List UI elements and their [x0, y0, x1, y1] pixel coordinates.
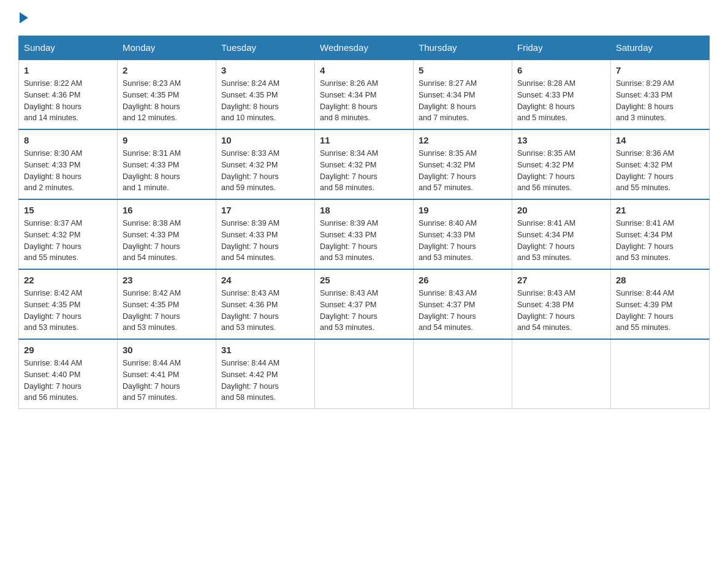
calendar-header: SundayMondayTuesdayWednesdayThursdayFrid…: [19, 36, 710, 60]
day-info: Sunrise: 8:29 AMSunset: 4:33 PMDaylight:…: [616, 78, 704, 124]
day-info: Sunrise: 8:39 AMSunset: 4:33 PMDaylight:…: [221, 218, 309, 264]
day-number: 12: [419, 135, 507, 145]
day-info: Sunrise: 8:43 AMSunset: 4:36 PMDaylight:…: [221, 288, 309, 334]
calendar-cell: 17 Sunrise: 8:39 AMSunset: 4:33 PMDaylig…: [216, 199, 315, 269]
day-info: Sunrise: 8:40 AMSunset: 4:33 PMDaylight:…: [419, 218, 507, 264]
day-number: 20: [517, 205, 605, 215]
calendar-cell: 7 Sunrise: 8:29 AMSunset: 4:33 PMDayligh…: [611, 59, 710, 129]
page-header: [18, 12, 710, 23]
day-number: 18: [320, 205, 408, 215]
day-number: 30: [123, 345, 211, 355]
calendar-cell: 3 Sunrise: 8:24 AMSunset: 4:35 PMDayligh…: [216, 59, 315, 129]
day-number: 27: [517, 275, 605, 285]
day-info: Sunrise: 8:30 AMSunset: 4:33 PMDaylight:…: [24, 148, 112, 194]
day-info: Sunrise: 8:35 AMSunset: 4:32 PMDaylight:…: [517, 148, 605, 194]
day-info: Sunrise: 8:24 AMSunset: 4:35 PMDaylight:…: [221, 78, 309, 124]
weekday-header-sunday: Sunday: [19, 36, 118, 60]
weekday-header-thursday: Thursday: [414, 36, 512, 60]
day-number: 21: [616, 205, 704, 215]
calendar-cell: 24 Sunrise: 8:43 AMSunset: 4:36 PMDaylig…: [216, 269, 315, 339]
day-info: Sunrise: 8:27 AMSunset: 4:34 PMDaylight:…: [419, 78, 507, 124]
day-info: Sunrise: 8:34 AMSunset: 4:32 PMDaylight:…: [320, 148, 408, 194]
calendar-cell: 28 Sunrise: 8:44 AMSunset: 4:39 PMDaylig…: [611, 269, 710, 339]
calendar-cell: 5 Sunrise: 8:27 AMSunset: 4:34 PMDayligh…: [414, 59, 512, 129]
calendar-cell: 22 Sunrise: 8:42 AMSunset: 4:35 PMDaylig…: [19, 269, 118, 339]
calendar-cell: 30 Sunrise: 8:44 AMSunset: 4:41 PMDaylig…: [118, 339, 216, 409]
weekday-header-wednesday: Wednesday: [315, 36, 414, 60]
calendar-cell: 18 Sunrise: 8:39 AMSunset: 4:33 PMDaylig…: [315, 199, 414, 269]
day-number: 16: [123, 205, 211, 215]
day-number: 15: [24, 205, 112, 215]
weekday-header-monday: Monday: [118, 36, 216, 60]
day-number: 25: [320, 275, 408, 285]
calendar-cell: 13 Sunrise: 8:35 AMSunset: 4:32 PMDaylig…: [512, 129, 611, 199]
day-info: Sunrise: 8:23 AMSunset: 4:35 PMDaylight:…: [123, 78, 211, 124]
calendar-cell: [414, 339, 512, 409]
day-info: Sunrise: 8:26 AMSunset: 4:34 PMDaylight:…: [320, 78, 408, 124]
day-number: 14: [616, 135, 704, 145]
calendar-cell: 25 Sunrise: 8:43 AMSunset: 4:37 PMDaylig…: [315, 269, 414, 339]
calendar-cell: 21 Sunrise: 8:41 AMSunset: 4:34 PMDaylig…: [611, 199, 710, 269]
calendar-cell: 14 Sunrise: 8:36 AMSunset: 4:32 PMDaylig…: [611, 129, 710, 199]
day-number: 5: [419, 65, 507, 75]
day-info: Sunrise: 8:41 AMSunset: 4:34 PMDaylight:…: [616, 218, 704, 264]
weekday-header-row: SundayMondayTuesdayWednesdayThursdayFrid…: [19, 36, 710, 60]
day-number: 28: [616, 275, 704, 285]
day-number: 9: [123, 135, 211, 145]
day-info: Sunrise: 8:35 AMSunset: 4:32 PMDaylight:…: [419, 148, 507, 194]
day-info: Sunrise: 8:44 AMSunset: 4:42 PMDaylight:…: [221, 358, 309, 404]
day-number: 31: [221, 345, 309, 355]
calendar-body: 1 Sunrise: 8:22 AMSunset: 4:36 PMDayligh…: [19, 59, 710, 409]
calendar-table: SundayMondayTuesdayWednesdayThursdayFrid…: [18, 36, 710, 409]
day-info: Sunrise: 8:43 AMSunset: 4:38 PMDaylight:…: [517, 288, 605, 334]
day-number: 4: [320, 65, 408, 75]
calendar-cell: 8 Sunrise: 8:30 AMSunset: 4:33 PMDayligh…: [19, 129, 118, 199]
calendar-cell: 9 Sunrise: 8:31 AMSunset: 4:33 PMDayligh…: [118, 129, 216, 199]
day-number: 23: [123, 275, 211, 285]
calendar-week-row: 22 Sunrise: 8:42 AMSunset: 4:35 PMDaylig…: [19, 269, 710, 339]
calendar-cell: 10 Sunrise: 8:33 AMSunset: 4:32 PMDaylig…: [216, 129, 315, 199]
calendar-cell: [611, 339, 710, 409]
day-number: 26: [419, 275, 507, 285]
calendar-week-row: 29 Sunrise: 8:44 AMSunset: 4:40 PMDaylig…: [19, 339, 710, 409]
day-info: Sunrise: 8:39 AMSunset: 4:33 PMDaylight:…: [320, 218, 408, 264]
day-number: 29: [24, 345, 112, 355]
day-number: 1: [24, 65, 112, 75]
day-info: Sunrise: 8:41 AMSunset: 4:34 PMDaylight:…: [517, 218, 605, 264]
calendar-cell: 27 Sunrise: 8:43 AMSunset: 4:38 PMDaylig…: [512, 269, 611, 339]
day-info: Sunrise: 8:36 AMSunset: 4:32 PMDaylight:…: [616, 148, 704, 194]
logo-triangle-icon: [20, 12, 28, 23]
day-number: 11: [320, 135, 408, 145]
calendar-cell: [315, 339, 414, 409]
day-number: 3: [221, 65, 309, 75]
calendar-week-row: 8 Sunrise: 8:30 AMSunset: 4:33 PMDayligh…: [19, 129, 710, 199]
calendar-cell: 2 Sunrise: 8:23 AMSunset: 4:35 PMDayligh…: [118, 59, 216, 129]
weekday-header-friday: Friday: [512, 36, 611, 60]
calendar-week-row: 1 Sunrise: 8:22 AMSunset: 4:36 PMDayligh…: [19, 59, 710, 129]
day-info: Sunrise: 8:42 AMSunset: 4:35 PMDaylight:…: [24, 288, 112, 334]
day-info: Sunrise: 8:43 AMSunset: 4:37 PMDaylight:…: [320, 288, 408, 334]
day-info: Sunrise: 8:38 AMSunset: 4:33 PMDaylight:…: [123, 218, 211, 264]
day-number: 8: [24, 135, 112, 145]
day-number: 24: [221, 275, 309, 285]
day-number: 17: [221, 205, 309, 215]
calendar-cell: 19 Sunrise: 8:40 AMSunset: 4:33 PMDaylig…: [414, 199, 512, 269]
calendar-cell: 16 Sunrise: 8:38 AMSunset: 4:33 PMDaylig…: [118, 199, 216, 269]
calendar-cell: 4 Sunrise: 8:26 AMSunset: 4:34 PMDayligh…: [315, 59, 414, 129]
day-number: 10: [221, 135, 309, 145]
day-number: 2: [123, 65, 211, 75]
weekday-header-saturday: Saturday: [611, 36, 710, 60]
day-number: 19: [419, 205, 507, 215]
calendar-cell: 1 Sunrise: 8:22 AMSunset: 4:36 PMDayligh…: [19, 59, 118, 129]
calendar-cell: 31 Sunrise: 8:44 AMSunset: 4:42 PMDaylig…: [216, 339, 315, 409]
day-number: 7: [616, 65, 704, 75]
day-info: Sunrise: 8:37 AMSunset: 4:32 PMDaylight:…: [24, 218, 112, 264]
weekday-header-tuesday: Tuesday: [216, 36, 315, 60]
calendar-cell: 12 Sunrise: 8:35 AMSunset: 4:32 PMDaylig…: [414, 129, 512, 199]
day-info: Sunrise: 8:28 AMSunset: 4:33 PMDaylight:…: [517, 78, 605, 124]
day-number: 6: [517, 65, 605, 75]
calendar-cell: 11 Sunrise: 8:34 AMSunset: 4:32 PMDaylig…: [315, 129, 414, 199]
day-info: Sunrise: 8:44 AMSunset: 4:41 PMDaylight:…: [123, 358, 211, 404]
calendar-week-row: 15 Sunrise: 8:37 AMSunset: 4:32 PMDaylig…: [19, 199, 710, 269]
logo: [18, 12, 29, 23]
